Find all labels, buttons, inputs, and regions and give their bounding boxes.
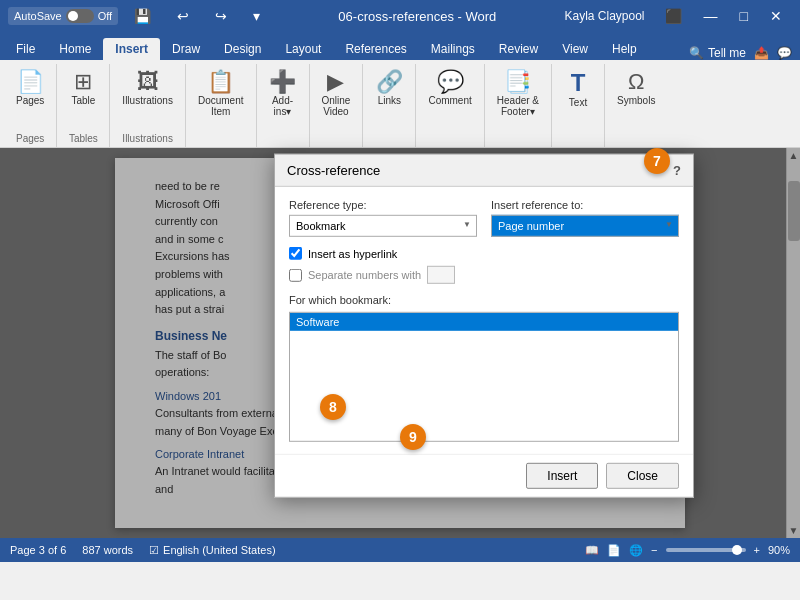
insert-hyperlink-row: Insert as hyperlink <box>289 247 679 260</box>
close-button[interactable]: ✕ <box>760 4 792 28</box>
redo-button[interactable]: ↪ <box>205 4 237 28</box>
ribbon-group-addins: ➕ Add-ins▾ <box>257 64 310 147</box>
tab-review[interactable]: Review <box>487 38 550 60</box>
illustrations-button[interactable]: 🖼 Illustrations <box>116 68 179 109</box>
ribbon-group-tables: ⊞ Table Tables <box>57 64 110 147</box>
tell-me-search[interactable]: 🔍 Tell me <box>689 46 746 60</box>
language-indicator: ☑ English (United States) <box>149 544 276 557</box>
dialog-top-row: Reference type: Bookmark Heading Figure … <box>289 199 679 237</box>
symbols-label: Symbols <box>617 95 655 106</box>
ribbon-display-options[interactable]: ⬛ <box>655 4 692 28</box>
maximize-button[interactable]: □ <box>730 4 758 28</box>
toggle-knob <box>68 11 78 21</box>
title-bar-right: Kayla Claypool ⬛ — □ ✕ <box>564 4 792 28</box>
status-left: Page 3 of 6 887 words ☑ English (United … <box>10 544 276 557</box>
ribbon-group-document: 📋 DocumentItem <box>186 64 257 147</box>
page-info: Page 3 of 6 <box>10 544 66 557</box>
document-area: need to be re and Microsoft Offi e curre… <box>0 148 800 538</box>
step-badge-8: 8 <box>320 394 346 420</box>
step-7-label: 7 <box>653 153 661 169</box>
online-video-label: OnlineVideo <box>322 95 351 117</box>
addins-button[interactable]: ➕ Add-ins▾ <box>263 68 303 120</box>
header-footer-button[interactable]: 📑 Header &Footer▾ <box>491 68 545 120</box>
title-bar-left: AutoSave Off 💾 ↩ ↪ ▾ <box>8 4 270 28</box>
separate-numbers-label: Separate numbers with <box>308 269 421 281</box>
zoom-slider[interactable] <box>666 548 746 552</box>
print-layout-icon[interactable]: 📄 <box>607 544 621 557</box>
addins-label: Add-ins▾ <box>272 95 293 117</box>
share-icon[interactable]: 📤 <box>754 46 769 60</box>
illustrations-group-label: Illustrations <box>122 133 173 147</box>
tab-layout[interactable]: Layout <box>273 38 333 60</box>
save-button[interactable]: 💾 <box>124 4 161 28</box>
table-icon: ⊞ <box>74 71 92 93</box>
separator-box[interactable] <box>427 266 455 284</box>
ribbon-tabs: File Home Insert Draw Design Layout Refe… <box>0 32 800 60</box>
read-mode-icon[interactable]: 📖 <box>585 544 599 557</box>
tab-draw[interactable]: Draw <box>160 38 212 60</box>
ribbon-group-symbols: Ω Symbols <box>605 64 667 147</box>
header-footer-label: Header &Footer▾ <box>497 95 539 117</box>
document-title: 06-cross-references - Word <box>338 9 496 24</box>
ribbon: 📄 Pages Pages ⊞ Table Tables 🖼 Illustrat… <box>0 60 800 148</box>
comment-icon: 💬 <box>437 71 464 93</box>
dialog-help-icon[interactable]: ? <box>673 163 681 178</box>
bookmark-list[interactable]: Software <box>289 312 679 442</box>
tab-file[interactable]: File <box>4 38 47 60</box>
tables-group-label: Tables <box>69 133 98 147</box>
comments-icon[interactable]: 💬 <box>777 46 792 60</box>
close-button-dialog[interactable]: Close <box>606 463 679 489</box>
ribbon-group-comment: 💬 Comment <box>416 64 484 147</box>
ribbon-group-video: ▶ OnlineVideo <box>310 64 364 147</box>
document-item-label: DocumentItem <box>198 95 244 117</box>
document-item-button[interactable]: 📋 DocumentItem <box>192 68 250 120</box>
insert-ref-select[interactable]: Page number Paragraph text Above/below <box>491 215 679 237</box>
step-badge-7: 7 <box>644 148 670 174</box>
text-icon: T <box>571 71 586 95</box>
undo-button[interactable]: ↩ <box>167 4 199 28</box>
online-video-button[interactable]: ▶ OnlineVideo <box>316 68 357 120</box>
insert-ref-col: Insert reference to: Page number Paragra… <box>491 199 679 237</box>
zoom-in-button[interactable]: + <box>754 544 760 556</box>
links-button[interactable]: 🔗 Links <box>369 68 409 109</box>
web-layout-icon[interactable]: 🌐 <box>629 544 643 557</box>
links-icon: 🔗 <box>376 71 403 93</box>
tab-home[interactable]: Home <box>47 38 103 60</box>
reference-type-select[interactable]: Bookmark Heading Figure <box>289 215 477 237</box>
tab-view[interactable]: View <box>550 38 600 60</box>
insert-button[interactable]: Insert <box>526 463 598 489</box>
document-item-icon: 📋 <box>207 71 234 93</box>
ribbon-group-pages: 📄 Pages Pages <box>4 64 57 147</box>
ribbon-group-links: 🔗 Links <box>363 64 416 147</box>
minimize-button[interactable]: — <box>694 4 728 28</box>
username: Kayla Claypool <box>564 9 644 23</box>
insert-hyperlink-checkbox[interactable] <box>289 247 302 260</box>
table-label: Table <box>71 95 95 106</box>
symbols-icon: Ω <box>628 71 644 93</box>
tab-design[interactable]: Design <box>212 38 273 60</box>
separate-numbers-checkbox[interactable] <box>289 268 302 281</box>
autosave-toggle[interactable]: AutoSave Off <box>8 7 118 25</box>
tab-references[interactable]: References <box>333 38 418 60</box>
search-icon: 🔍 <box>689 46 704 60</box>
symbols-button[interactable]: Ω Symbols <box>611 68 661 109</box>
comment-button[interactable]: 💬 Comment <box>422 68 477 109</box>
autosave-state: Off <box>98 10 112 22</box>
pages-button[interactable]: 📄 Pages <box>10 68 50 109</box>
zoom-out-button[interactable]: − <box>651 544 657 556</box>
status-right: 📖 📄 🌐 − + 90% <box>585 544 790 557</box>
customize-quick-access[interactable]: ▾ <box>243 4 270 28</box>
tab-mailings[interactable]: Mailings <box>419 38 487 60</box>
header-footer-icon: 📑 <box>504 71 531 93</box>
status-bar: Page 3 of 6 887 words ☑ English (United … <box>0 538 800 562</box>
spelling-icon[interactable]: ☑ <box>149 544 159 557</box>
language-text: English (United States) <box>163 544 276 556</box>
text-button[interactable]: T Cross-reference Text <box>558 68 598 111</box>
pages-label: Pages <box>16 95 44 106</box>
autosave-switch[interactable] <box>66 9 94 23</box>
text-ribbon-label: Text <box>569 97 587 108</box>
table-button[interactable]: ⊞ Table <box>63 68 103 109</box>
bookmark-item-software[interactable]: Software <box>290 313 678 331</box>
tab-insert[interactable]: Insert <box>103 38 160 60</box>
tab-help[interactable]: Help <box>600 38 649 60</box>
